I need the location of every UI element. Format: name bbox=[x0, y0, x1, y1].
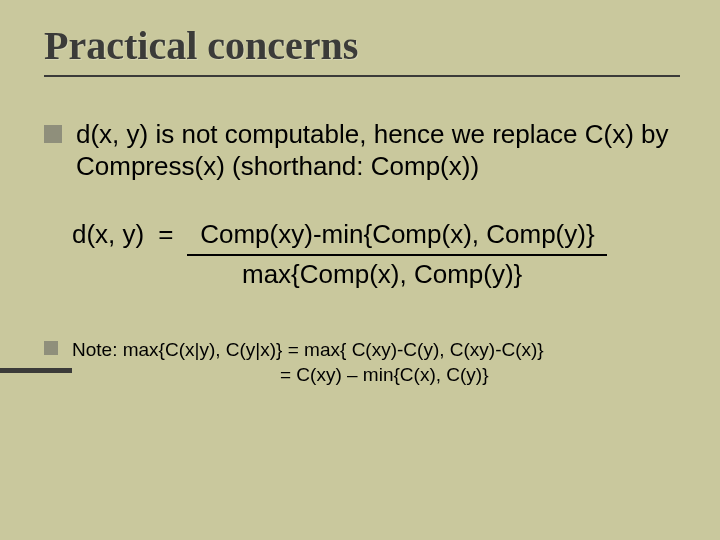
formula-row: d(x, y) = Comp(xy)-min{Comp(x), Comp(y)} bbox=[72, 218, 680, 258]
formula-numerator: Comp(xy)-min{Comp(x), Comp(y)} bbox=[200, 219, 594, 249]
bullet-item: d(x, y) is not computable, hence we repl… bbox=[44, 119, 680, 182]
note-line2: = C(xy) – min{C(x), C(y)} bbox=[280, 364, 489, 385]
bullet-icon bbox=[44, 125, 62, 143]
bullet-icon bbox=[44, 341, 58, 355]
slide: Practical concerns d(x, y) is not comput… bbox=[0, 0, 720, 540]
formula-denominator: max{Comp(x), Comp(y)} bbox=[242, 258, 680, 292]
formula-fraction: Comp(xy)-min{Comp(x), Comp(y)} bbox=[187, 218, 607, 258]
slide-title: Practical concerns bbox=[44, 22, 680, 69]
bullet-text: d(x, y) is not computable, hence we repl… bbox=[76, 119, 680, 182]
accent-bar bbox=[0, 368, 72, 373]
note-item: Note: max{C(x|y), C(y|x)} = max{ C(xy)-C… bbox=[44, 338, 680, 387]
note-text: Note: max{C(x|y), C(y|x)} = max{ C(xy)-C… bbox=[72, 338, 544, 387]
note-line1: Note: max{C(x|y), C(y|x)} = max{ C(xy)-C… bbox=[72, 339, 544, 360]
formula-eq: = bbox=[158, 218, 173, 252]
formula-lhs: d(x, y) bbox=[72, 218, 144, 252]
fraction-bar bbox=[187, 254, 607, 256]
title-underline bbox=[44, 75, 680, 77]
formula: d(x, y) = Comp(xy)-min{Comp(x), Comp(y)}… bbox=[72, 218, 680, 292]
